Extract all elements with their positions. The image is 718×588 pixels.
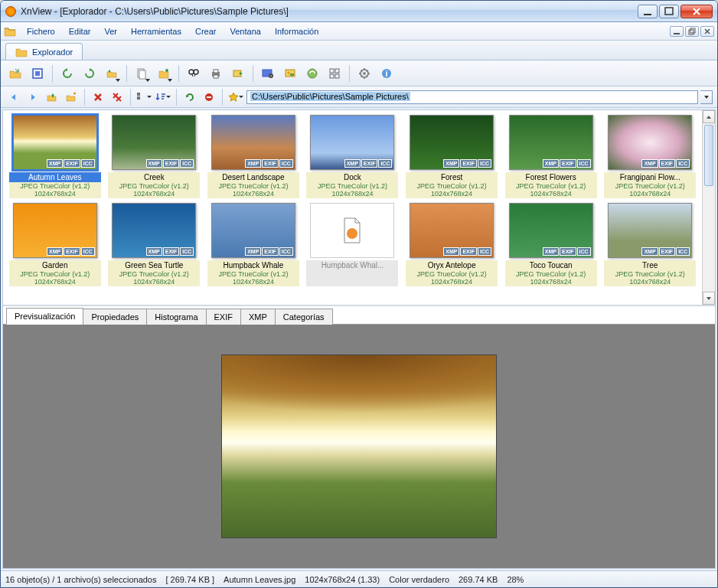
fullscreen-button[interactable] bbox=[28, 64, 47, 83]
delete-button[interactable] bbox=[90, 89, 106, 106]
delete-all-button[interactable] bbox=[109, 89, 126, 106]
thumbnail-item[interactable]: XMPEXIFICCDesert LandscapeJPEG TrueColor… bbox=[206, 115, 301, 198]
thumbnail-item[interactable]: XMPEXIFICCGreen Sea TurtleJPEG TrueColor… bbox=[107, 203, 202, 286]
panel-tab-propiedades[interactable]: Propiedades bbox=[83, 309, 147, 325]
menu-editar[interactable]: Editar bbox=[63, 24, 97, 38]
forward-button[interactable] bbox=[24, 89, 41, 106]
document-tabs: Explorador bbox=[1, 41, 717, 60]
menu-herramientas[interactable]: Herramientas bbox=[125, 24, 188, 38]
badge-icc: ICC bbox=[676, 247, 690, 256]
explorer-icon bbox=[15, 46, 28, 58]
thumbnail-item[interactable]: XMPEXIFICCHumpback WhaleJPEG TrueColor (… bbox=[206, 203, 301, 286]
search-button[interactable] bbox=[184, 64, 204, 83]
preview-image[interactable] bbox=[221, 354, 497, 538]
badge-xmp: XMP bbox=[641, 159, 658, 168]
settings-button[interactable] bbox=[354, 64, 374, 83]
mdi-close-button[interactable] bbox=[700, 26, 714, 37]
panel-tab-previsualización[interactable]: Previsualización bbox=[6, 308, 83, 325]
app-icon bbox=[5, 6, 16, 17]
svg-rect-13 bbox=[214, 70, 218, 73]
thumbnail-image: XMPEXIFICC bbox=[211, 203, 295, 258]
thumbnail-item[interactable]: XMPEXIFICCAutumn LeavesJPEG TrueColor (v… bbox=[8, 115, 103, 198]
thumbnail-image: XMPEXIFICC bbox=[13, 203, 97, 258]
panel-tab-histograma[interactable]: Histograma bbox=[146, 309, 206, 325]
undo-button[interactable] bbox=[102, 64, 122, 83]
copy-button[interactable] bbox=[132, 64, 152, 83]
tab-explorador[interactable]: Explorador bbox=[5, 43, 83, 60]
back-button[interactable] bbox=[5, 89, 22, 106]
scroll-thumb[interactable] bbox=[704, 125, 713, 186]
thumbnail-image: XMPEXIFICC bbox=[310, 115, 394, 170]
badge-xmp: XMP bbox=[443, 247, 459, 256]
scroll-up-button[interactable] bbox=[703, 110, 715, 123]
thumbnail-dim: 1024x768x24 bbox=[108, 278, 200, 286]
badge-xmp: XMP bbox=[245, 159, 261, 168]
badge-xmp: XMP bbox=[245, 247, 261, 256]
grid-button[interactable] bbox=[325, 64, 344, 83]
badge-exif: EXIF bbox=[560, 247, 576, 256]
thumbnail-item[interactable]: XMPEXIFICCFrangipani Flow...JPEG TrueCol… bbox=[602, 115, 697, 198]
badge-exif: EXIF bbox=[163, 159, 180, 168]
panel-tab-exif[interactable]: EXIF bbox=[206, 309, 241, 325]
doc-tab-label: Explorador bbox=[32, 47, 73, 57]
stop-button[interactable] bbox=[201, 89, 217, 106]
minimize-button[interactable] bbox=[638, 5, 658, 18]
rotate-left-button[interactable] bbox=[57, 64, 77, 83]
thumbnail-item[interactable]: XMPEXIFICCTreeJPEG TrueColor (v1.2)1024x… bbox=[602, 203, 697, 286]
mdi-minimize-button[interactable] bbox=[670, 26, 684, 37]
menu-ventana[interactable]: Ventana bbox=[224, 24, 267, 38]
thumbnail-dim: 1024x768x24 bbox=[406, 190, 498, 198]
panel-tab-xmp[interactable]: XMP bbox=[240, 309, 276, 325]
paste-button[interactable] bbox=[154, 64, 174, 83]
badge-exif: EXIF bbox=[361, 159, 378, 168]
sort-button[interactable] bbox=[155, 89, 171, 106]
thumbnail-item[interactable]: Humpback Whal... bbox=[305, 203, 400, 286]
nav-toolbar: C:\Users\Public\Pictures\Sample Pictures… bbox=[1, 87, 717, 108]
scroll-down-button[interactable] bbox=[703, 292, 715, 305]
thumbnail-item[interactable]: XMPEXIFICCCreekJPEG TrueColor (v1.2)1024… bbox=[107, 115, 202, 198]
open-button[interactable] bbox=[5, 64, 25, 83]
thumbnail-dim: 1024x768x24 bbox=[604, 278, 696, 286]
badge-icc: ICC bbox=[378, 159, 392, 168]
convert-button[interactable] bbox=[302, 64, 322, 83]
badge-xmp: XMP bbox=[47, 247, 63, 256]
capture-button[interactable] bbox=[258, 64, 278, 83]
view-mode-button[interactable] bbox=[135, 89, 152, 106]
new-folder-button[interactable] bbox=[63, 89, 80, 106]
menu-ver[interactable]: Ver bbox=[98, 24, 123, 38]
maximize-button[interactable] bbox=[659, 5, 679, 18]
status-filename: Autumn Leaves.jpg bbox=[224, 575, 295, 584]
panel-tab-categorías[interactable]: Categorías bbox=[275, 309, 333, 325]
svg-point-10 bbox=[189, 70, 194, 74]
info-button[interactable]: i bbox=[377, 64, 397, 83]
thumbnail-item[interactable]: XMPEXIFICCGardenJPEG TrueColor (v1.2)102… bbox=[8, 203, 103, 286]
thumbnail-item[interactable]: XMPEXIFICCForestJPEG TrueColor (v1.2)102… bbox=[404, 115, 499, 198]
menu-fichero[interactable]: Fichero bbox=[21, 24, 61, 38]
thumbnail-info: JPEG TrueColor (v1.2) bbox=[108, 270, 200, 278]
thumbnail-item[interactable]: XMPEXIFICCForest FlowersJPEG TrueColor (… bbox=[504, 115, 599, 198]
slideshow-button[interactable] bbox=[280, 64, 300, 83]
thumbnail-item[interactable]: XMPEXIFICCOryx AntelopeJPEG TrueColor (v… bbox=[404, 203, 499, 286]
refresh-button[interactable] bbox=[181, 89, 198, 106]
address-bar[interactable]: C:\Users\Public\Pictures\Sample Pictures… bbox=[246, 90, 698, 104]
mdi-restore-button[interactable] bbox=[685, 26, 699, 37]
badge-icc: ICC bbox=[279, 159, 293, 168]
scrollbar-vertical[interactable] bbox=[702, 110, 715, 305]
menu-información[interactable]: Información bbox=[269, 24, 325, 38]
close-button[interactable] bbox=[680, 5, 713, 18]
up-button[interactable] bbox=[44, 89, 60, 106]
address-dropdown[interactable] bbox=[700, 90, 713, 104]
menu-crear[interactable]: Crear bbox=[189, 24, 223, 38]
thumbnail-name: Green Sea Turtle bbox=[108, 260, 200, 270]
thumbnail-item[interactable]: XMPEXIFICCToco ToucanJPEG TrueColor (v1.… bbox=[504, 203, 599, 286]
thumbnail-image: XMPEXIFICC bbox=[410, 115, 494, 170]
preview-panel bbox=[3, 325, 715, 568]
export-button[interactable] bbox=[228, 64, 248, 83]
thumbnail-item[interactable]: XMPEXIFICCDockJPEG TrueColor (v1.2)1024x… bbox=[305, 115, 400, 198]
rotate-right-button[interactable] bbox=[80, 64, 100, 83]
print-button[interactable] bbox=[206, 64, 226, 83]
thumbnail-dim: 1024x768x24 bbox=[207, 278, 299, 286]
thumbnail-name: Desert Landscape bbox=[207, 172, 299, 182]
thumbnail-name: Dock bbox=[306, 172, 398, 182]
favorite-button[interactable] bbox=[227, 89, 244, 106]
